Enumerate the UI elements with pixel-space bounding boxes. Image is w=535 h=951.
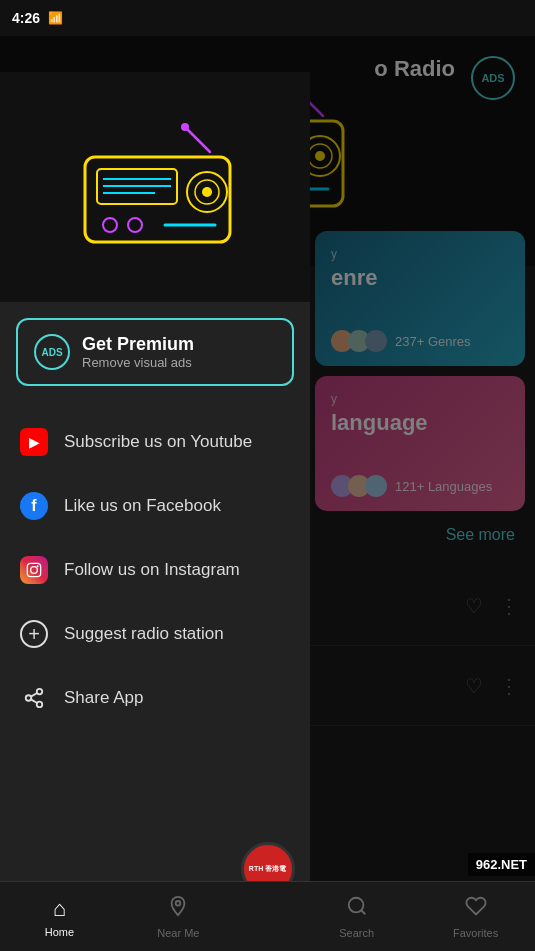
drawer-radio-illustration	[55, 112, 255, 262]
facebook-icon-visual: f	[20, 492, 48, 520]
share-icon	[20, 684, 48, 712]
svg-line-33	[31, 693, 37, 697]
status-time: 4:26	[12, 10, 40, 26]
share-label: Share App	[64, 688, 143, 708]
svg-point-28	[37, 565, 39, 567]
svg-line-13	[185, 127, 210, 152]
svg-point-35	[348, 897, 363, 912]
share-icon-visual	[20, 684, 48, 712]
premium-ads-badge: ADS	[34, 334, 70, 370]
bottom-nav: ⌂ Home Near Me Search	[0, 881, 535, 951]
status-icons: 📶	[48, 11, 63, 25]
svg-point-30	[26, 695, 32, 701]
watermark: 962.NET	[468, 853, 535, 876]
svg-point-27	[31, 567, 38, 574]
svg-point-24	[128, 218, 142, 232]
search-label: Search	[339, 927, 374, 939]
youtube-icon: ▶	[20, 428, 48, 456]
facebook-label: Like us on Facebook	[64, 496, 221, 516]
facebook-icon: f	[20, 492, 48, 520]
svg-rect-26	[27, 563, 40, 576]
svg-point-29	[37, 689, 43, 695]
drawer-item-share[interactable]: Share App	[0, 666, 310, 730]
main-content: ADS o Radio y enre 237+ Genres y languag…	[0, 36, 535, 951]
youtube-icon-visual: ▶	[20, 428, 48, 456]
plus-icon-visual: +	[20, 620, 48, 648]
premium-subtitle: Remove visual ads	[82, 355, 194, 370]
status-bar: 4:26 📶	[0, 0, 535, 36]
drawer-item-instagram[interactable]: Follow us on Instagram	[0, 538, 310, 602]
near-me-label: Near Me	[157, 927, 199, 939]
instagram-icon	[20, 556, 48, 584]
instagram-label: Follow us on Instagram	[64, 560, 240, 580]
svg-line-36	[361, 910, 365, 914]
premium-title: Get Premium	[82, 334, 194, 355]
svg-point-14	[181, 123, 189, 131]
drawer-item-suggest[interactable]: + Suggest radio station	[0, 602, 310, 666]
drawer-header	[0, 72, 310, 302]
svg-point-34	[176, 900, 181, 905]
suggest-icon: +	[20, 620, 48, 648]
nav-home[interactable]: ⌂ Home	[0, 896, 119, 938]
nav-favorites[interactable]: Favorites	[416, 895, 535, 939]
favorites-label: Favorites	[453, 927, 498, 939]
svg-point-23	[103, 218, 117, 232]
svg-line-32	[31, 699, 37, 703]
favorites-icon	[465, 895, 487, 923]
drawer-item-facebook[interactable]: f Like us on Facebook	[0, 474, 310, 538]
home-icon: ⌂	[53, 896, 66, 922]
drawer-item-youtube[interactable]: ▶ Subscribe us on Youtube	[0, 410, 310, 474]
side-drawer: ADS Get Premium Remove visual ads ▶ Subs…	[0, 72, 310, 951]
svg-point-31	[37, 702, 43, 708]
svg-point-22	[202, 187, 212, 197]
instagram-icon-visual	[20, 556, 48, 584]
premium-text: Get Premium Remove visual ads	[82, 334, 194, 370]
playing-station-text: RTH 香港電	[249, 865, 286, 873]
suggest-label: Suggest radio station	[64, 624, 224, 644]
home-label: Home	[45, 926, 74, 938]
nav-search[interactable]: Search	[297, 895, 416, 939]
nav-near-me[interactable]: Near Me	[119, 895, 238, 939]
search-icon	[346, 895, 368, 923]
get-premium-button[interactable]: ADS Get Premium Remove visual ads	[16, 318, 294, 386]
youtube-label: Subscribe us on Youtube	[64, 432, 252, 452]
near-me-icon	[167, 895, 189, 923]
